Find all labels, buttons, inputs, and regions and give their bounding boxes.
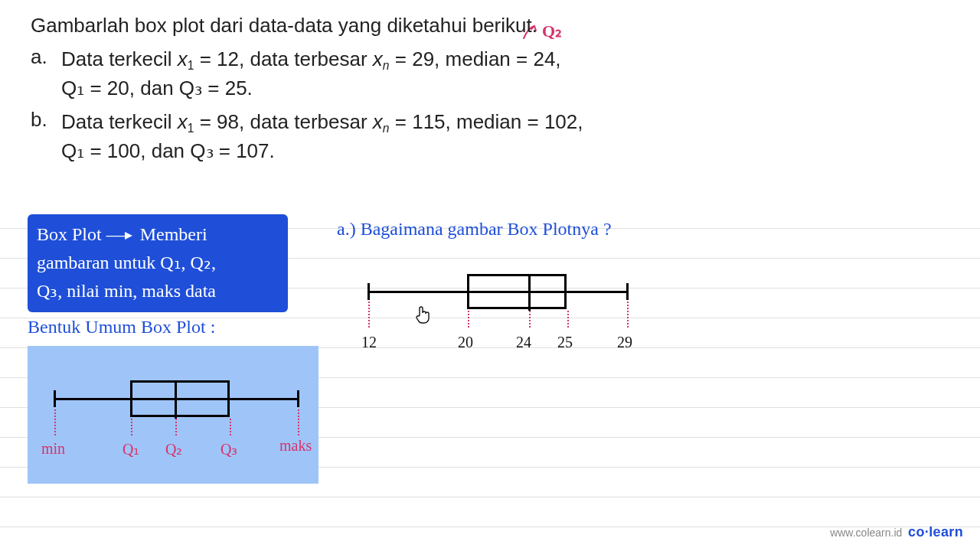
question-a-title: a.) Bagaimana gambar Box Plotnya ? [337, 219, 612, 240]
dash-q3 [230, 419, 231, 435]
text: = 12, data terbesar [194, 47, 372, 70]
def-line2: gambaran untuk Q₁, Q₂, [37, 249, 279, 277]
problem-item-a: a. Data terkecil x1 = 12, data terbesar … [31, 45, 949, 103]
dash-q2 [529, 311, 531, 328]
item-label-b: b. [31, 108, 61, 166]
text: = 115, median = 102, [390, 110, 583, 133]
item-label-a: a. [31, 45, 61, 103]
max-cap [297, 390, 299, 407]
min-cap [54, 390, 56, 407]
dash-min [54, 409, 56, 435]
box [467, 274, 567, 309]
var-x1: x [178, 110, 188, 133]
problem-statement: Gambarlah box plot dari data-data yang d… [0, 0, 980, 166]
var-xn: x [373, 110, 383, 133]
dash-max [298, 409, 299, 435]
item-body-b: Data terkecil x1 = 98, data terbesar xn … [61, 108, 949, 166]
def-line1: Box Plot — Memberi [37, 220, 279, 249]
text: Q₁ = 20, dan Q₃ = 25. [61, 77, 253, 99]
label-max: maks [279, 437, 312, 455]
sub-n: n [383, 122, 390, 135]
var-xn: x [373, 47, 383, 70]
value-q1: 20 [458, 334, 473, 351]
min-cap [368, 283, 370, 300]
value-q3: 25 [557, 334, 573, 351]
value-median: 24 [516, 334, 531, 351]
brand-logo: co·learn [908, 524, 963, 540]
text: = 98, data terbesar [194, 110, 372, 133]
label-q1: Q₁ [122, 440, 139, 458]
text: = 29, median = 24, [390, 47, 561, 70]
problem-title: Gambarlah box plot dari data-data yang d… [31, 14, 949, 37]
dash-min [368, 302, 370, 328]
definition-box: Box Plot — Memberi gambaran untuk Q₁, Q₂… [28, 214, 288, 312]
text: Q₁ = 100, dan Q₃ = 107. [61, 139, 275, 162]
text: Data terkecil [61, 47, 178, 70]
generic-boxplot: min Q₁ Q₂ Q₃ maks [46, 364, 306, 471]
general-form-title: Bentuk Umum Box Plot : [28, 317, 215, 337]
median-line [528, 274, 531, 311]
problem-item-b: b. Data terkecil x1 = 98, data terbesar … [31, 108, 949, 166]
box [130, 380, 230, 417]
watermark: www.colearn.id co·learn [830, 524, 963, 540]
sub-n: n [383, 59, 390, 72]
var-x1: x [178, 47, 188, 70]
text: Memberi [140, 224, 207, 244]
text: Box Plot [37, 224, 102, 244]
text: Data terkecil [61, 110, 178, 133]
dash-q3 [567, 311, 569, 328]
watermark-url: www.colearn.id [830, 527, 902, 539]
label-q3: Q₃ [220, 440, 237, 458]
item-body-a: Data terkecil x1 = 12, data terbesar xn … [61, 45, 949, 103]
median-line [175, 380, 177, 419]
def-line3: Q₃, nilai min, maks data [37, 277, 279, 305]
arrow-icon [125, 232, 132, 240]
value-max: 29 [617, 334, 632, 351]
dash-q2 [175, 419, 177, 435]
label-q2: Q₂ [165, 440, 182, 458]
dash-q1 [131, 419, 132, 435]
max-cap [626, 283, 629, 300]
dash-q1 [468, 311, 469, 328]
value-min: 12 [361, 334, 377, 351]
dash-max [627, 302, 629, 328]
label-min: min [41, 440, 65, 458]
cursor-icon [413, 305, 432, 331]
